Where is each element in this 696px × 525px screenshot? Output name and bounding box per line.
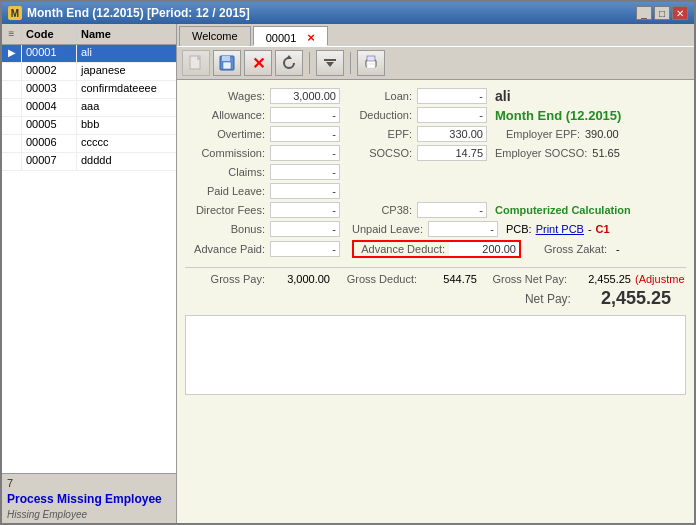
row-name: ali (77, 45, 176, 62)
close-tab-button[interactable]: × (307, 30, 315, 45)
row-code: 00006 (22, 135, 77, 152)
form-area: Wages: Loan: ali Allowance: De (177, 80, 694, 523)
director-fees-input[interactable] (270, 202, 340, 218)
epf-input[interactable] (417, 126, 487, 142)
welcome-tab[interactable]: Welcome (179, 26, 251, 46)
wages-input[interactable] (270, 88, 340, 104)
toolbar-print-button[interactable] (357, 50, 385, 76)
allowance-label: Allowance: (185, 109, 270, 121)
employee-name: ali (495, 88, 511, 104)
employee-list-panel: ≡ Code Name ▶ 00001 ali 00002 japanese 0… (2, 24, 177, 523)
svg-rect-5 (324, 59, 336, 61)
notes-area[interactable] (185, 315, 686, 395)
cp38-input[interactable] (417, 202, 487, 218)
deduction-input[interactable] (417, 107, 487, 123)
row-code: 00003 (22, 81, 77, 98)
row-code: 00002 (22, 63, 77, 80)
hissing-employee-label: Hissing Employee (7, 509, 171, 520)
overtime-input[interactable] (270, 126, 340, 142)
list-header: ≡ Code Name (2, 24, 176, 45)
epf-label: EPF: (352, 128, 417, 140)
list-item[interactable]: 00004 aaa (2, 99, 176, 117)
toolbar-separator2 (350, 52, 351, 74)
gross-deduct-label: Gross Deduct: (342, 273, 422, 285)
list-item[interactable]: 00005 bbb (2, 117, 176, 135)
main-content: ≡ Code Name ▶ 00001 ali 00002 japanese 0… (2, 24, 694, 523)
computerized-calc-label: Computerized Calculation (495, 204, 631, 216)
left-footer: 7 Process Missing Employee Hissing Emplo… (2, 473, 176, 523)
row-code: 00007 (22, 153, 77, 170)
employee-tab[interactable]: 00001 × (253, 26, 328, 46)
advance-deduct-label: Advance Deduct: (354, 243, 449, 255)
advance-deduct-input[interactable] (449, 242, 519, 256)
tab-bar: Welcome 00001 × (177, 24, 694, 46)
toolbar-new-button[interactable] (182, 50, 210, 76)
row-name: bbb (77, 117, 176, 134)
svg-rect-3 (223, 62, 231, 69)
gross-deduct-value: 544.75 (422, 273, 477, 285)
right-panel: Welcome 00001 × ✕ (177, 24, 694, 523)
employer-epf-value: 390.00 (585, 128, 619, 140)
list-item[interactable]: ▶ 00001 ali (2, 45, 176, 63)
list-item[interactable]: 00007 ddddd (2, 153, 176, 171)
claims-label: Claims: (185, 166, 270, 178)
close-window-button[interactable]: ✕ (672, 6, 688, 20)
employee-list-rows[interactable]: ▶ 00001 ali 00002 japanese 00003 confirm… (2, 45, 176, 473)
adjustment-label: (Adjustme (635, 273, 685, 285)
toolbar: ✕ (177, 46, 694, 80)
bonus-label: Bonus: (185, 223, 270, 235)
loan-input[interactable] (417, 88, 487, 104)
toolbar-cancel-button[interactable]: ✕ (244, 50, 272, 76)
process-missing-employee-button[interactable]: Process Missing Employee (7, 491, 171, 507)
row-code: 00001 (22, 45, 77, 62)
advance-paid-input[interactable] (270, 241, 340, 257)
toolbar-dropdown-button[interactable] (316, 50, 344, 76)
employer-epf-label: Employer EPF: (495, 128, 585, 140)
month-end-label: Month End (12.2015) (495, 108, 621, 123)
commission-input[interactable] (270, 145, 340, 161)
row-code: 00005 (22, 117, 77, 134)
row-name: japanese (77, 63, 176, 80)
overtime-label: Overtime: (185, 128, 270, 140)
minimize-button[interactable]: _ (636, 6, 652, 20)
allowance-input[interactable] (270, 107, 340, 123)
svg-marker-6 (326, 62, 334, 67)
claims-input[interactable] (270, 164, 340, 180)
maximize-button[interactable]: □ (654, 6, 670, 20)
page-number: 7 (7, 477, 171, 489)
loan-label: Loan: (352, 90, 417, 102)
list-item[interactable]: 00002 japanese (2, 63, 176, 81)
advance-paid-label: Advance Paid: (185, 243, 270, 255)
row-name: ddddd (77, 153, 176, 170)
list-item[interactable]: 00003 confirmdateeee (2, 81, 176, 99)
row-arrow-icon (2, 99, 22, 116)
svg-rect-2 (222, 56, 230, 61)
toolbar-save-button[interactable] (213, 50, 241, 76)
row-arrow-icon (2, 81, 22, 98)
row-name: aaa (77, 99, 176, 116)
employer-socso-label: Employer SOCSO: (495, 147, 592, 159)
employer-socso-value: 51.65 (592, 147, 620, 159)
pcb-section: PCB: Print PCB - C1 (506, 223, 610, 235)
cp38-label: CP38: (352, 204, 417, 216)
list-item[interactable]: 00006 ccccc (2, 135, 176, 153)
toolbar-refresh-button[interactable] (275, 50, 303, 76)
socso-input[interactable] (417, 145, 487, 161)
commission-label: Commission: (185, 147, 270, 159)
deduction-label: Deduction: (352, 109, 417, 121)
print-pcb-button[interactable]: Print PCB (536, 223, 584, 235)
unpaid-leave-label: Unpaid Leave: (352, 223, 428, 235)
window-title: Month End (12.2015) [Period: 12 / 2015] (27, 6, 250, 20)
gross-pay-value: 3,000.00 (270, 273, 330, 285)
row-arrow-icon (2, 117, 22, 134)
svg-rect-9 (367, 64, 375, 68)
main-window: M Month End (12.2015) [Period: 12 / 2015… (0, 0, 696, 525)
gross-net-pay-label: Gross Net Pay: (487, 273, 572, 285)
gross-net-pay-value: 2,455.25 (576, 273, 631, 285)
c1-badge: C1 (596, 223, 610, 235)
row-arrow-icon: ▶ (2, 45, 22, 62)
bonus-input[interactable] (270, 221, 340, 237)
row-arrow-icon (2, 135, 22, 152)
paid-leave-input[interactable] (270, 183, 340, 199)
unpaid-leave-input[interactable] (428, 221, 498, 237)
